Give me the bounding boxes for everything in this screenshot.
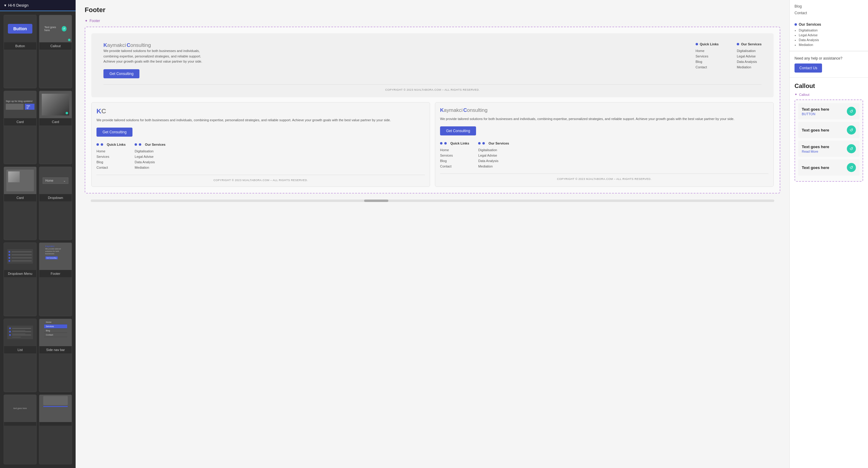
list-item[interactable]: Data Analysis bbox=[737, 60, 762, 63]
extra2-preview bbox=[39, 395, 72, 422]
sidebar-item-callout[interactable]: Text goes here ↺ Callout bbox=[39, 15, 72, 88]
list-item[interactable]: Mediation bbox=[478, 164, 509, 168]
v2-services-title: Our Services bbox=[478, 142, 509, 145]
list-item[interactable]: Contact bbox=[695, 65, 719, 69]
sidebar-item-extra1[interactable]: text goes here bbox=[4, 395, 37, 464]
status-dot bbox=[68, 39, 70, 41]
v1-quick-links-col: Quick Links Home Services Blog Contact bbox=[96, 143, 125, 171]
callout-item-readmore[interactable]: Read More bbox=[802, 150, 829, 153]
logo-c: C bbox=[101, 107, 106, 115]
callout-item-text: Text goes here bbox=[802, 107, 829, 112]
footer-top-row: Kaymakci Consulting We provide tailored … bbox=[103, 42, 762, 78]
callout-box: Text goes here BUTTON ↺ Text goes here ↺… bbox=[795, 99, 863, 182]
sidenav-preview: Home Services Blog Contact bbox=[39, 319, 72, 346]
services-section-header: Our Services bbox=[795, 22, 863, 27]
sidebar-item-card2[interactable]: Card bbox=[39, 91, 72, 164]
callout-item-4: Text goes here ↺ bbox=[798, 159, 860, 176]
sidebar-item-card1[interactable]: Sign up for blog updates! sign up Card bbox=[4, 91, 37, 164]
help-text: Need any help or assistance? bbox=[795, 56, 863, 60]
right-nav-blog[interactable]: Blog bbox=[795, 3, 863, 10]
footer-links-section: Quick Links Home Services Blog Contact O… bbox=[695, 42, 762, 71]
sidebar-item-button[interactable]: Button Button bbox=[4, 15, 37, 88]
sidebar-item-label: Dropdown bbox=[39, 194, 72, 201]
sidebar-grid: Button Button Text goes here ↺ Callout S… bbox=[0, 11, 75, 468]
extra1-preview: text goes here bbox=[4, 395, 36, 422]
sidebar-item-list[interactable]: List bbox=[4, 319, 37, 392]
refresh-icon-4[interactable]: ↺ bbox=[847, 163, 856, 172]
list-item[interactable]: Digitalisation bbox=[737, 49, 762, 53]
footer-variant1: K C We provide tailored solutions for bo… bbox=[91, 102, 430, 187]
list-item[interactable]: Digitalisation bbox=[134, 149, 165, 153]
sidebar-item-footer[interactable]: Kaymakci We provide tailored solutions f… bbox=[39, 243, 72, 316]
list-item[interactable]: Data Analysis bbox=[478, 159, 509, 163]
list-item[interactable]: Mediation bbox=[134, 166, 165, 169]
callout-preview-inner: Text goes here ↺ bbox=[43, 24, 69, 34]
right-services-list: Digitalisation Legal Advise Data Analysi… bbox=[795, 28, 863, 46]
get-consulting-button-v1[interactable]: Get Consulting bbox=[96, 128, 132, 137]
chevron-down-icon: ▾ bbox=[4, 3, 6, 7]
main-content: Footer Footer Kaymakci Consulting We pro… bbox=[75, 0, 789, 468]
list-item[interactable]: Legal Advise bbox=[478, 154, 509, 157]
list-item[interactable]: Blog bbox=[440, 159, 469, 163]
footer-copyright: COPYRIGHT © 2023 MJALTABORA.COM – ALL RI… bbox=[103, 84, 762, 91]
get-consulting-button[interactable]: Get Consulting bbox=[103, 69, 140, 78]
v2-footer-logo: Kaymakci Consulting bbox=[440, 107, 769, 113]
logo-k: K bbox=[96, 107, 101, 115]
preview-button-label: Button bbox=[8, 24, 32, 34]
list-item[interactable]: Data Analysis bbox=[134, 160, 165, 164]
list-item[interactable]: Legal Advise bbox=[737, 55, 762, 58]
page-title: Footer bbox=[85, 6, 780, 14]
list-item[interactable]: Services bbox=[695, 55, 719, 58]
refresh-icon-3[interactable]: ↺ bbox=[847, 144, 856, 153]
footer-component-box: Kaymakci Consulting We provide tailored … bbox=[85, 27, 780, 193]
list-item[interactable]: Digitalisation bbox=[478, 148, 509, 152]
footer-quick-links-col: Quick Links Home Services Blog Contact bbox=[695, 42, 719, 71]
list-item[interactable]: Legal Advise bbox=[134, 155, 165, 158]
callout-item-button[interactable]: BUTTON bbox=[802, 112, 829, 116]
services-section-title: Our Services bbox=[799, 22, 821, 27]
list-item[interactable]: Home bbox=[695, 49, 719, 53]
v2-services-col: Our Services Digitalisation Legal Advise… bbox=[478, 142, 509, 170]
sidebar-item-label: Card bbox=[39, 118, 72, 125]
right-service-item[interactable]: Mediation bbox=[799, 43, 863, 46]
footer-description: We provide tailored solutions for both b… bbox=[103, 49, 206, 64]
card2-preview bbox=[39, 91, 72, 118]
right-service-item[interactable]: Data Analysis bbox=[799, 38, 863, 42]
list-item[interactable]: Services bbox=[440, 154, 469, 157]
services-dot bbox=[795, 23, 797, 26]
sidebar-item-extra2[interactable] bbox=[39, 395, 72, 464]
refresh-icon-2[interactable]: ↺ bbox=[847, 125, 856, 134]
list-item[interactable]: Contact bbox=[440, 164, 469, 168]
list-item[interactable]: Blog bbox=[96, 160, 125, 164]
sidebar-item-sidenav[interactable]: Home Services Blog Contact Side nav bar bbox=[39, 319, 72, 392]
get-consulting-button-v2[interactable]: Get Consulting bbox=[440, 126, 476, 135]
sidebar-item-dropdown[interactable]: Home ⌄ Dropdown bbox=[39, 166, 72, 240]
footer-preview: Kaymakci We provide tailored solutions f… bbox=[39, 243, 72, 270]
horizontal-scrollbar[interactable] bbox=[91, 199, 774, 202]
list-item[interactable]: Home bbox=[440, 148, 469, 152]
contact-us-button[interactable]: Contact Us bbox=[795, 63, 822, 72]
sidebar-item-dropdown-menu[interactable]: Dropdown Menu bbox=[4, 243, 37, 316]
callout-item-text: Text goes here bbox=[802, 145, 829, 149]
right-service-item[interactable]: Legal Advise bbox=[799, 33, 863, 37]
right-service-item[interactable]: Digitalisation bbox=[799, 28, 863, 32]
card1-preview: Sign up for blog updates! sign up bbox=[4, 91, 36, 118]
list-item[interactable]: Home bbox=[96, 149, 125, 153]
sidebar-item-label: Card bbox=[4, 194, 36, 201]
list-item[interactable]: Blog bbox=[695, 60, 719, 63]
scrollbar-thumb[interactable] bbox=[364, 199, 388, 202]
callout-title: Callout bbox=[795, 83, 863, 90]
v1-services-col: Our Services Digitalisation Legal Advise… bbox=[134, 143, 165, 171]
right-help-section: Need any help or assistance? Contact Us bbox=[790, 51, 868, 78]
list-item[interactable]: Contact bbox=[96, 166, 125, 169]
sidebar-header: ▾ Hi-fi Design bbox=[0, 0, 75, 11]
section-label: Footer bbox=[85, 19, 780, 23]
list-item[interactable]: Services bbox=[96, 155, 125, 158]
refresh-icon-1[interactable]: ↺ bbox=[847, 107, 856, 116]
list-preview bbox=[4, 319, 36, 346]
list-item[interactable]: Mediation bbox=[737, 65, 762, 69]
sidebar-item-card3[interactable]: Card bbox=[4, 166, 37, 240]
right-nav-contact[interactable]: Contact bbox=[795, 10, 863, 16]
sidebar-item-label: Dropdown Menu bbox=[4, 270, 36, 277]
v2-copyright: COPYRIGHT © 2023 MJALTABORA.COM – ALL RI… bbox=[440, 174, 769, 181]
